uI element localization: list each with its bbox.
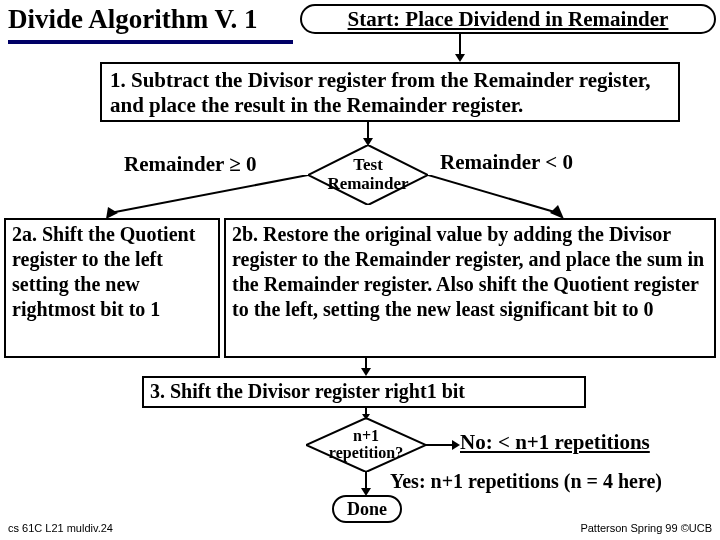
svg-marker-10 [361,368,371,376]
repetition-decision: n+1 repetition? [306,418,426,472]
step-2b: 2b. Restore the original value by adding… [224,218,716,358]
svg-line-7 [428,175,558,213]
yes-branch-label: Yes: n+1 repetitions (n = 4 here) [390,470,662,493]
no-branch-label: No: < n+1 repetitions [460,430,650,455]
test-line1: Test [353,155,383,174]
rep-line2: repetition? [329,444,403,461]
done-node: Done [332,495,402,523]
arrow-test-to-2a [100,175,310,223]
svg-marker-1 [455,54,465,62]
arrow-test-to-2b [428,175,578,223]
arrow-2-to-3 [356,358,376,378]
slide-title: Divide Algorithm V. 1 [8,4,258,35]
footer-right: Patterson Spring 99 ©UCB [580,522,712,534]
step-1: 1. Subtract the Divisor register from th… [100,62,680,122]
svg-line-5 [110,175,308,213]
branch-label-ge0: Remainder ≥ 0 [124,152,256,177]
step-2a: 2a. Shift the Quotient register to the l… [4,218,220,358]
title-underline [8,40,293,44]
arrow-rep-no [426,436,464,454]
arrow-start-to-1 [450,34,470,64]
rep-line1: n+1 [353,427,379,444]
step-3: 3. Shift the Divisor register right1 bit [142,376,586,408]
start-node: Start: Place Dividend in Remainder [300,4,716,34]
test-line2: Remainder [327,174,408,193]
branch-label-lt0: Remainder < 0 [440,150,573,175]
footer-left: cs 61C L21 muldiv.24 [8,522,113,534]
svg-marker-8 [550,205,564,219]
test-decision: Test Remainder [308,145,428,205]
svg-marker-15 [452,440,460,450]
